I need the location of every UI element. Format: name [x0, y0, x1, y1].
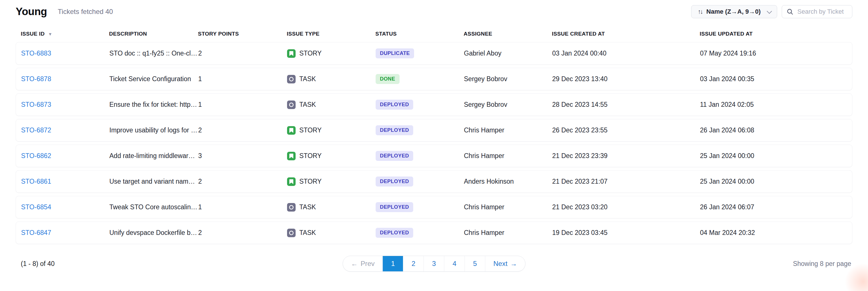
column-header-label: Story Points [198, 31, 239, 37]
table-row: STO-6883 STO doc :: q1-fy25 :: One-click… [16, 42, 852, 65]
chevron-down-icon [767, 8, 772, 14]
description-cell: Ticket Service Configuration [110, 75, 198, 83]
table-header: Issue ID ▼ Description Story Points Issu… [16, 28, 852, 40]
issue-id-link[interactable]: STO-6854 [21, 203, 51, 211]
result-range-label: (1 - 8) of 40 [21, 260, 55, 268]
story-points-cell: 2 [198, 178, 287, 185]
sort-dropdown[interactable]: ↑↓ Name (Z→A, 9→0) [691, 5, 777, 18]
next-page-button[interactable]: Next → [485, 256, 525, 271]
page-number-5[interactable]: 5 [465, 256, 485, 271]
tickets-fetched-count: Tickets fetched 40 [58, 8, 113, 15]
story-bookmark-icon [287, 152, 296, 160]
updated-at-cell: 25 Jan 2024 00:00 [700, 178, 847, 185]
column-header-story-points[interactable]: Story Points [198, 31, 287, 37]
page-number-1[interactable]: 1 [383, 256, 403, 271]
column-header-status[interactable]: Status [375, 31, 464, 37]
table-row: STO-6872 Improve usability of logs for f… [16, 119, 852, 141]
updated-at-cell: 04 Mar 2024 20:32 [700, 229, 847, 237]
table-row: STO-6861 Use target and variant name sea… [16, 170, 852, 193]
sort-desc-icon[interactable]: ▼ [48, 32, 53, 36]
page-number-2[interactable]: 2 [403, 256, 424, 271]
description-cell: Use target and variant name sear... [110, 178, 198, 185]
issue-type-label: TASK [299, 203, 316, 211]
story-points-cell: 1 [198, 101, 287, 108]
created-at-cell: 28 Dec 2023 14:55 [552, 101, 700, 108]
status-badge: DEPLOYED [376, 202, 413, 212]
story-points-cell: 1 [198, 203, 287, 211]
description-cell: Add rate-limiting middleware to S... [110, 152, 198, 160]
column-header-label: Issue Updated At [700, 31, 753, 37]
sort-arrows-icon: ↑↓ [698, 8, 702, 15]
assignee-cell: Chris Hamper [464, 229, 552, 237]
column-header-label: Issue ID [21, 31, 45, 37]
issue-type-label: STORY [299, 152, 321, 160]
issue-id-link[interactable]: STO-6872 [21, 126, 51, 134]
status-badge: DEPLOYED [376, 151, 413, 161]
issue-id-link[interactable]: STO-6862 [21, 152, 51, 159]
description-cell: Unify devspace Dockerfile build [110, 229, 198, 237]
story-points-cell: 2 [198, 50, 287, 57]
updated-at-cell: 03 Jan 2024 00:35 [700, 75, 847, 83]
assignee-cell: Chris Hamper [464, 203, 552, 211]
search-icon [786, 8, 794, 15]
page-number-3[interactable]: 3 [424, 256, 444, 271]
issue-id-link[interactable]: STO-6861 [21, 178, 51, 185]
description-cell: Tweak STO Core autoscaling par... [110, 203, 198, 211]
status-badge: DEPLOYED [376, 100, 413, 109]
next-label: Next [494, 260, 507, 268]
assignee-cell: Gabriel Aboy [464, 50, 552, 57]
issue-id-link[interactable]: STO-6878 [21, 75, 51, 83]
page-number-4[interactable]: 4 [444, 256, 465, 271]
task-circle-icon [287, 229, 296, 237]
task-circle-icon [287, 203, 296, 212]
column-header-description[interactable]: Description [109, 31, 198, 37]
issue-id-link[interactable]: STO-6873 [21, 101, 51, 108]
task-circle-icon [287, 100, 296, 109]
assignee-cell: Chris Hamper [464, 152, 552, 160]
column-header-label: Assignee [464, 31, 492, 37]
search-input[interactable] [797, 8, 847, 15]
column-header-issue-type[interactable]: Issue Type [287, 31, 375, 37]
search-box[interactable] [782, 5, 852, 18]
table-row: STO-6878 Ticket Service Configuration 1 … [16, 68, 852, 90]
description-cell: Improve usability of logs for failur... [110, 126, 198, 134]
description-cell: STO doc :: q1-fy25 :: One-click e... [110, 50, 198, 57]
right-arrow-icon: → [510, 260, 517, 268]
issue-id-link[interactable]: STO-6847 [21, 229, 51, 236]
table-row: STO-6854 Tweak STO Core autoscaling par.… [16, 196, 852, 218]
updated-at-cell: 07 May 2024 19:16 [700, 50, 847, 57]
created-at-cell: 26 Dec 2023 23:55 [552, 126, 700, 134]
table-row: STO-6862 Add rate-limiting middleware to… [16, 144, 852, 167]
issue-id-link[interactable]: STO-6883 [21, 50, 51, 57]
story-bookmark-icon [287, 126, 296, 135]
table-row: STO-6847 Unify devspace Dockerfile build… [16, 222, 852, 244]
created-at-cell: 29 Dec 2023 13:40 [552, 75, 700, 83]
left-arrow-icon: ← [351, 260, 358, 268]
column-header-issue-id[interactable]: Issue ID ▼ [21, 31, 109, 37]
assignee-cell: Anders Hokinson [464, 178, 552, 185]
status-badge: DEPLOYED [376, 176, 413, 187]
status-badge: DONE [376, 74, 400, 84]
table-body: STO-6883 STO doc :: q1-fy25 :: One-click… [16, 42, 852, 244]
created-at-cell: 21 Dec 2023 21:07 [552, 178, 700, 185]
column-header-label: Status [375, 31, 397, 37]
description-cell: Ensure the fix for ticket: https://h... [110, 101, 198, 108]
prev-label: Prev [361, 260, 374, 268]
assignee-cell: Chris Hamper [464, 126, 552, 134]
story-bookmark-icon [287, 49, 296, 58]
footer: (1 - 8) of 40 ← Prev 12345 Next → Showin… [16, 255, 852, 272]
column-header-issue-updated-at[interactable]: Issue Updated At [700, 31, 847, 37]
column-header-issue-created-at[interactable]: Issue Created At [552, 31, 700, 37]
issue-type-label: STORY [299, 50, 321, 57]
issue-type-label: TASK [299, 101, 316, 108]
column-header-assignee[interactable]: Assignee [464, 31, 552, 37]
story-points-cell: 1 [198, 75, 287, 83]
issue-type-label: STORY [299, 126, 321, 134]
per-page-label: Showing 8 per page [793, 260, 851, 268]
updated-at-cell: 25 Jan 2024 00:00 [700, 152, 847, 160]
column-header-label: Issue Created At [552, 31, 605, 37]
story-points-cell: 2 [198, 126, 287, 134]
created-at-cell: 21 Dec 2023 23:39 [552, 152, 700, 160]
updated-at-cell: 26 Jan 2024 06:08 [700, 126, 847, 134]
prev-page-button[interactable]: ← Prev [343, 256, 382, 271]
